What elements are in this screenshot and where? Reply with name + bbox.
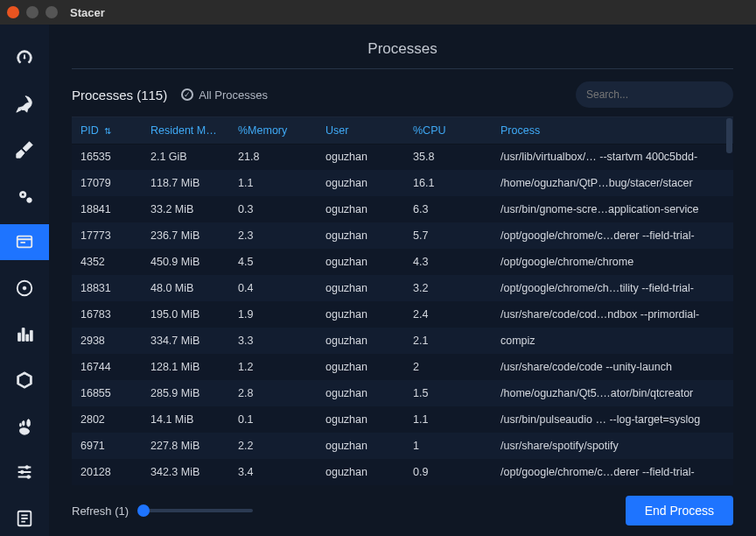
cell-user: oguzhan (317, 170, 404, 196)
table-row[interactable]: 165352.1 GiB21.8oguzhan35.8/usr/lib/virt… (72, 144, 733, 170)
cell-proc: /opt/google/chrome/chrome (492, 249, 733, 275)
processes-icon (15, 232, 34, 251)
col--cpu[interactable]: %CPU (404, 117, 492, 144)
table-row[interactable]: 16783195.0 MiB1.9oguzhan2.4/usr/share/co… (72, 301, 733, 328)
sort-icon: ⇅ (104, 126, 111, 136)
cell-cpu: 1.5 (404, 380, 492, 406)
cell-proc: /opt/google/chrome/ch…tility --field-tri… (492, 275, 733, 301)
cell-proc: /usr/share/spotify/spotify (492, 433, 733, 459)
cell-mem: 128.1 MiB (142, 354, 229, 380)
table-row[interactable]: 1883148.0 MiB0.4oguzhan3.2/opt/google/ch… (72, 275, 733, 301)
col--memory[interactable]: %Memory (229, 117, 317, 144)
cell-pmem: 4.5 (229, 249, 317, 275)
cell-cpu: 4.3 (404, 249, 492, 275)
sidebar-item-notes[interactable] (0, 500, 49, 536)
disk-icon (15, 279, 34, 298)
footer: Refresh (1) End Process (72, 485, 733, 525)
sidebar-item-startup[interactable] (0, 87, 49, 123)
cell-mem: 2.1 GiB (142, 144, 229, 170)
table-row[interactable]: 2938334.7 MiB3.3oguzhan2.1compiz (72, 328, 733, 354)
table-row[interactable]: 280214.1 MiB0.1oguzhan1.1/usr/bin/pulsea… (72, 406, 733, 433)
cell-pmem: 1.1 (229, 170, 317, 196)
svg-point-2 (23, 286, 26, 290)
cell-pmem: 3.3 (229, 328, 317, 354)
cell-user: oguzhan (317, 459, 404, 485)
sliders-icon (15, 462, 34, 482)
process-table: PID⇅Resident Mem%MemoryUser%CPUProcess 1… (72, 117, 733, 485)
process-count: Processes (115) (72, 88, 167, 102)
search-box[interactable] (576, 81, 733, 108)
scrollbar[interactable] (726, 118, 732, 153)
cell-user: oguzhan (317, 328, 404, 354)
cell-pmem: 21.8 (229, 144, 317, 170)
sidebar-item-services[interactable] (0, 179, 49, 215)
end-process-button[interactable]: End Process (626, 496, 733, 525)
window-maximize-button[interactable] (46, 6, 58, 18)
cell-pmem: 2.2 (229, 433, 317, 459)
cell-mem: 450.9 MiB (142, 249, 229, 275)
col-pid[interactable]: PID⇅ (72, 117, 142, 144)
table-row[interactable]: 1884133.2 MiB0.3oguzhan6.3/usr/bin/gnome… (72, 196, 733, 222)
col-resident-mem[interactable]: Resident Mem (142, 117, 229, 144)
table-row[interactable]: 17773236.7 MiB2.3oguzhan5.7/opt/google/c… (72, 222, 733, 249)
svg-point-5 (27, 476, 31, 479)
sidebar-item-cleaner[interactable] (0, 132, 49, 168)
sidebar-item-uninstaller[interactable] (0, 271, 49, 307)
sidebar-item-dashboard[interactable] (0, 40, 49, 76)
cell-proc: /usr/bin/pulseaudio … --log-target=syslo… (492, 406, 733, 433)
cell-pmem: 2.3 (229, 222, 317, 249)
cell-proc: /usr/lib/virtualbox/… --startvm 400c5bdd… (492, 144, 733, 170)
cell-pid: 17773 (72, 222, 142, 249)
cell-pid: 20128 (72, 459, 142, 485)
sidebar-item-resources[interactable] (0, 316, 49, 352)
cell-mem: 195.0 MiB (142, 301, 229, 328)
slider-thumb[interactable] (137, 504, 150, 517)
process-table-wrap: PID⇅Resident Mem%MemoryUser%CPUProcess 1… (72, 116, 733, 485)
cell-pmem: 0.3 (229, 196, 317, 222)
cell-mem: 236.7 MiB (142, 222, 229, 249)
all-processes-toggle[interactable]: ✓ All Processes (181, 88, 268, 102)
table-row[interactable]: 16855285.9 MiB2.8oguzhan1.5/home/oguzhan… (72, 380, 733, 406)
cell-user: oguzhan (317, 380, 404, 406)
search-input[interactable] (586, 88, 718, 101)
cell-pmem: 2.8 (229, 380, 317, 406)
cell-pid: 4352 (72, 249, 142, 275)
cell-pid: 18841 (72, 196, 142, 222)
cell-cpu: 3.2 (404, 275, 492, 301)
cell-pid: 16783 (72, 301, 142, 328)
cell-pmem: 0.4 (229, 275, 317, 301)
table-row[interactable]: 6971227.8 MiB2.2oguzhan1/usr/share/spoti… (72, 433, 733, 459)
table-row[interactable]: 16744128.1 MiB1.2oguzhan2/usr/share/code… (72, 354, 733, 380)
sidebar (0, 25, 49, 536)
col-process[interactable]: Process (492, 117, 733, 144)
table-row[interactable]: 20128342.3 MiB3.4oguzhan0.9/opt/google/c… (72, 459, 733, 485)
gnome-icon (15, 417, 34, 436)
table-row[interactable]: 17079118.7 MiB1.1oguzhan16.1/home/oguzha… (72, 170, 733, 196)
subheader: Processes (115) ✓ All Processes (72, 69, 733, 116)
cell-mem: 48.0 MiB (142, 275, 229, 301)
cell-mem: 342.3 MiB (142, 459, 229, 485)
all-processes-label: All Processes (199, 88, 268, 102)
main-content: Processes Processes (115) ✓ All Processe… (49, 25, 756, 536)
cell-pmem: 3.4 (229, 459, 317, 485)
table-header-row: PID⇅Resident Mem%MemoryUser%CPUProcess (72, 117, 733, 144)
cell-user: oguzhan (317, 249, 404, 275)
cell-user: oguzhan (317, 406, 404, 433)
cell-user: oguzhan (317, 433, 404, 459)
sidebar-item-tweaks[interactable] (0, 455, 49, 490)
sidebar-item-gnome[interactable] (0, 408, 49, 444)
refresh-slider[interactable] (139, 504, 253, 517)
gears-icon (15, 187, 34, 206)
cell-proc: /opt/google/chrome/c…derer --field-trial… (492, 222, 733, 249)
cell-pmem: 1.9 (229, 301, 317, 328)
cell-user: oguzhan (317, 354, 404, 380)
window-minimize-button[interactable] (26, 6, 38, 18)
check-icon: ✓ (181, 88, 193, 101)
cell-pid: 18831 (72, 275, 142, 301)
table-row[interactable]: 4352450.9 MiB4.5oguzhan4.3/opt/google/ch… (72, 249, 733, 275)
sidebar-item-processes[interactable] (0, 224, 49, 260)
col-user[interactable]: User (317, 117, 404, 144)
window-close-button[interactable] (7, 6, 19, 18)
sidebar-item-packages[interactable] (0, 363, 49, 398)
cell-proc: /usr/share/code/cod…ndbox --primordial- (492, 301, 733, 328)
